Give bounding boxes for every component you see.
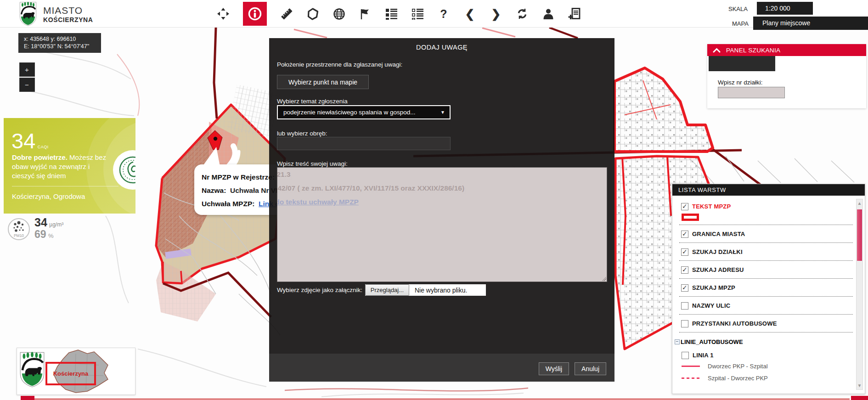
divider (679, 260, 853, 261)
main-toolbar: ? ❮ ❯ (217, 0, 581, 28)
remark-textarea[interactable] (277, 168, 607, 282)
viewport-rectangle[interactable]: Kościerzyna (45, 362, 96, 385)
add-remark-modal: DODAJ UWAGĘ Położenie przestrzenne dla z… (269, 38, 614, 382)
pm10-unit: µg/m³ (49, 221, 63, 228)
coat-of-arms-icon (17, 2, 39, 26)
map-select-box[interactable]: Plany miejscowe (753, 17, 868, 30)
map-select-label: MAPA (732, 20, 749, 27)
attachment-label: Wybierz zdjęcie jako załącznik: (277, 287, 362, 293)
divider (679, 332, 853, 332)
flag-icon[interactable] (359, 7, 372, 20)
pm10-percent: 69 (34, 228, 46, 240)
content-label: Wpisz treść swojej uwagi: (277, 160, 348, 167)
layer-item-przystanki: PRZYSTANKI AUTOBUSOWE (681, 319, 853, 328)
info-icon (247, 6, 263, 22)
attachment-row: Wybierz zdjęcie jako załącznik: Przegląd… (277, 284, 486, 296)
remark-textarea-wrap: Nr MPZP w Rejestrze: 21.3 Nazwa: Uchwała… (277, 167, 607, 282)
search-panel-header[interactable]: PANEL SZUKANIA (707, 44, 866, 56)
modal-title: DODAJ UWAGĘ (269, 38, 614, 51)
layer-checkbox[interactable] (681, 231, 688, 238)
topic-select[interactable]: podejrzenie niewłaściwego spalania w gos… (277, 105, 451, 119)
layers-list: TEKST MPZP GRANICA MIASTA SZUKAJ DZIAŁKI… (672, 196, 855, 394)
layer-checkbox[interactable] (681, 302, 688, 310)
coat-of-arms-icon (20, 351, 45, 389)
divider (679, 314, 853, 315)
coordinates-latlon: E: 18°00'53'' N: 54°07'47'' (24, 43, 96, 50)
scroll-up-icon[interactable]: ▲ (857, 201, 862, 206)
city-logo[interactable]: MIASTO KOŚCIERZYNA (17, 2, 93, 26)
mpzp-legend-swatch (682, 214, 699, 221)
caqi-unit: CAQI (38, 145, 49, 149)
layer-item-szukaj-adresu: SZUKAJ ADRESU (681, 265, 853, 275)
resize-grip-icon[interactable] (602, 276, 606, 281)
scale-value-box[interactable]: 1:20 000 (757, 2, 813, 15)
bus-line-legend-solid: Dworzec PKP - Szpital (682, 360, 853, 372)
layer-group-linie-autobusowe: − LINIE_AUTOBUSOWE (675, 337, 853, 347)
help-icon[interactable]: ? (437, 7, 450, 20)
layer-checkbox[interactable] (681, 284, 688, 292)
add-document-icon[interactable] (568, 7, 581, 20)
scroll-down-icon[interactable]: ▼ (857, 383, 862, 388)
scale-label: SKALA (728, 6, 748, 12)
bottom-left-red-accent (21, 396, 34, 400)
pm10-icon: PM10 (8, 218, 30, 240)
pan-icon[interactable] (217, 7, 230, 20)
file-input: Przeglądaj... Nie wybrano pliku. (365, 284, 486, 296)
district-input[interactable] (277, 137, 451, 150)
divider (679, 225, 853, 225)
coordinates-xy: x: 435648 y: 696610 (24, 35, 96, 43)
layer-checkbox[interactable] (681, 320, 688, 327)
location-label: Położenie przestrzenne dla zgłaszanej uw… (277, 61, 402, 68)
layer-checkbox[interactable] (682, 352, 689, 359)
info-tool-button[interactable] (243, 2, 267, 26)
previous-icon[interactable]: ❮ (463, 7, 476, 20)
collapse-icon[interactable]: − (675, 339, 680, 344)
coordinates-readout: x: 435648 y: 696610 E: 18°00'53'' N: 54°… (18, 33, 101, 53)
overview-map-widget[interactable]: Kościerzyna (17, 348, 135, 395)
refresh-icon[interactable] (516, 7, 529, 20)
divider (679, 242, 853, 243)
pm10-percent-sign: % (48, 232, 54, 239)
logo-subtitle: KOŚCIERZYNA (43, 16, 93, 23)
layer-checkbox[interactable] (681, 266, 688, 274)
search-panel: PANEL SZUKANIA Wpisz nr działki: (707, 44, 866, 108)
overview-city-label: Kościerzyna (53, 370, 89, 377)
cancel-button[interactable]: Anuluj (575, 362, 606, 375)
layer-checkbox[interactable] (681, 203, 688, 210)
next-icon[interactable]: ❯ (490, 7, 502, 20)
bus-line-legend-dashed: Szpital - Dworzec PKP (682, 372, 853, 384)
list-filled-icon[interactable] (385, 7, 398, 20)
browse-button[interactable]: Przeglądaj... (365, 284, 409, 296)
pm10-label: PM10 (9, 233, 29, 238)
chevron-up-icon (713, 48, 721, 53)
search-panel-title: PANEL SZUKANIA (726, 47, 780, 54)
scrollbar-thumb[interactable] (857, 209, 862, 261)
polygon-icon[interactable] (306, 7, 319, 20)
parcel-number-label: Wpisz nr działki: (718, 79, 763, 86)
map-zoom-controls: + − (19, 62, 35, 93)
layers-scrollbar[interactable]: ▲ ▼ (856, 199, 863, 390)
search-panel-tab[interactable] (709, 56, 775, 71)
pick-point-button[interactable]: Wybierz punkt na mapie (277, 75, 369, 89)
modal-footer: Wyślij Anuluj (269, 354, 614, 382)
layer-item-szukaj-dzialki: SZUKAJ DZIAŁKI (681, 247, 853, 257)
layers-panel-title: LISTA WARSTW (672, 184, 865, 196)
solid-line-icon (682, 366, 700, 367)
ruler-icon[interactable] (280, 7, 293, 20)
divider (679, 296, 853, 297)
zoom-in-button[interactable]: + (19, 62, 35, 77)
zoom-out-button[interactable]: − (19, 78, 35, 92)
user-icon[interactable] (542, 7, 555, 20)
seal-icon (118, 156, 135, 184)
globe-icon[interactable] (333, 7, 345, 20)
layers-panel: LISTA WARSTW TEKST MPZP GRANICA MIASTA S… (672, 184, 865, 394)
logo-title: MIASTO (43, 5, 93, 16)
no-file-text: Nie wybrano pliku. (409, 287, 467, 294)
pm10-value: 34 (34, 216, 47, 229)
send-button[interactable]: Wyślij (539, 362, 569, 375)
list-outline-icon[interactable] (411, 7, 424, 20)
bottom-right-red-accent (851, 396, 868, 400)
parcel-number-input[interactable] (718, 87, 785, 98)
air-quality-widget[interactable]: 34 CAQI Dobre powietrze. Możesz bez obaw… (4, 118, 135, 214)
layer-checkbox[interactable] (681, 248, 688, 256)
